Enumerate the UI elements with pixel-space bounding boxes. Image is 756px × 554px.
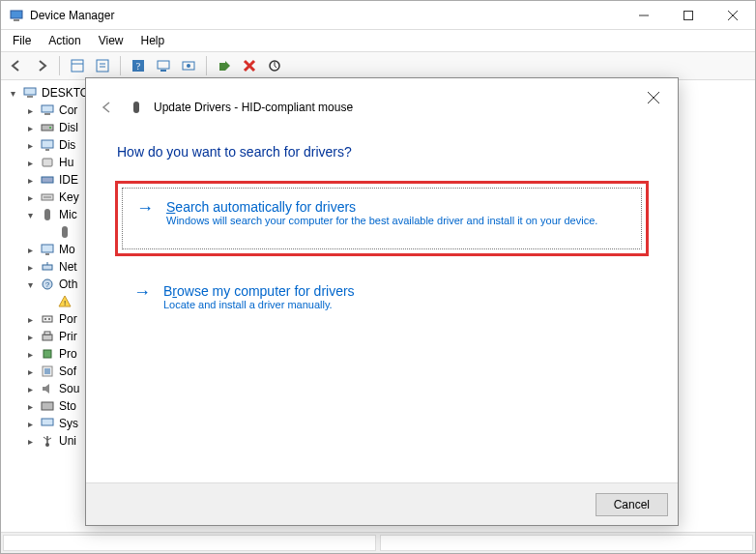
tree-node-label: Oth [59,277,77,291]
option-title: Search automatically for drivers [166,199,597,215]
svg-rect-45 [43,335,52,340]
tree-node-label: Dis [59,138,75,152]
window-title: Device Manager [30,9,114,22]
back-icon[interactable] [5,54,28,77]
option-title: Browse my computer for drivers [163,283,355,299]
svg-rect-21 [24,88,36,95]
other-icon: ? [40,277,55,292]
toolbar-sep [206,56,207,75]
option-search-automatically[interactable]: → Search automatically for drivers Windo… [115,181,649,256]
tree-node-label: Sou [59,382,79,395]
toolbar: ? [1,51,755,80]
svg-rect-1 [14,19,19,21]
chevron-down-icon[interactable]: ▾ [24,209,36,220]
tree-node-label: Cor [59,103,77,117]
properties-icon[interactable] [91,54,114,77]
tree-node-label: Por [59,312,77,326]
svg-rect-6 [72,60,83,72]
printer-icon [40,329,55,344]
option-browse-computer[interactable]: → Browse my computer for drivers Locate … [115,272,649,328]
svg-rect-34 [62,226,68,238]
chevron-right-icon[interactable]: ▸ [24,313,36,325]
svg-rect-47 [44,350,51,358]
keyboard-icon [40,190,55,205]
dialog-header: Update Drivers - HID-compliant mouse [86,78,678,121]
ide-icon [40,172,55,188]
cancel-button[interactable]: Cancel [596,493,668,516]
chevron-down-icon[interactable]: ▾ [24,278,36,290]
tree-node-label: Sto [59,399,76,413]
svg-rect-33 [44,209,50,220]
menu-action[interactable]: Action [41,32,88,49]
minimize-button[interactable] [622,1,666,30]
monitor-icon [40,242,55,257]
arrow-right-icon: → [135,199,155,226]
svg-rect-30 [42,177,53,183]
svg-rect-29 [43,159,52,166]
tree-node-label: Key [59,190,79,204]
chevron-right-icon[interactable]: ▸ [24,139,36,151]
tree-root-label: DESKTO [42,86,89,100]
warn-icon: ! [57,294,73,309]
uninstall-device-icon[interactable] [238,54,261,77]
maximize-button[interactable] [666,1,711,30]
dialog-heading: How do you want to search for drivers? [117,144,649,160]
svg-text:?: ? [136,61,141,72]
svg-rect-0 [11,11,22,18]
dialog-close-button[interactable] [639,86,668,109]
svg-point-44 [48,318,50,320]
close-button[interactable] [711,1,755,30]
tree-node-label: IDE [59,173,78,187]
chevron-right-icon[interactable]: ▸ [24,174,36,186]
scan-hardware-icon[interactable] [152,54,175,77]
help-icon[interactable]: ? [127,54,150,77]
chevron-down-icon[interactable]: ▾ [7,87,18,99]
menu-view[interactable]: View [91,32,131,49]
svg-rect-25 [42,125,53,131]
forward-icon[interactable] [30,54,53,77]
chevron-right-icon[interactable]: ▸ [24,435,36,447]
svg-rect-46 [44,332,50,335]
chevron-right-icon[interactable]: ▸ [24,418,36,429]
software-icon [40,364,55,379]
statusbar [1,532,755,553]
computer-icon [40,102,55,118]
sound-icon [40,381,55,396]
chevron-right-icon[interactable]: ▸ [24,104,36,116]
svg-rect-3 [684,11,693,19]
chevron-right-icon[interactable]: ▸ [24,383,36,394]
menu-file[interactable]: File [5,32,39,49]
svg-rect-42 [43,316,52,322]
update-driver-icon[interactable] [177,54,200,77]
chevron-right-icon[interactable]: ▸ [24,157,36,168]
scan-for-changes-icon[interactable] [263,54,286,77]
tree-node-label: Sof [59,364,76,378]
usb-icon [40,433,55,449]
menu-help[interactable]: Help [133,32,173,49]
svg-rect-23 [42,105,53,112]
chevron-right-icon[interactable]: ▸ [24,244,36,255]
chevron-right-icon[interactable]: ▸ [24,191,36,203]
chevron-right-icon[interactable]: ▸ [24,122,36,133]
dialog-title: Update Drivers - HID-compliant mouse [154,101,353,114]
arrow-right-icon: → [132,283,152,310]
chevron-right-icon[interactable]: ▸ [24,400,36,412]
dialog-back-button[interactable] [96,96,119,119]
show-hide-tree-icon[interactable] [66,54,89,77]
chevron-right-icon[interactable]: ▸ [24,261,36,273]
tree-node-label: Pro [59,347,77,361]
chevron-right-icon[interactable]: ▸ [24,331,36,342]
tree-node-label: Net [59,260,77,274]
status-cell [3,535,376,551]
update-drivers-dialog: Update Drivers - HID-compliant mouse How… [85,77,679,526]
chevron-right-icon[interactable]: ▸ [24,365,36,377]
enable-device-icon[interactable] [213,54,236,77]
chevron-right-icon[interactable]: ▸ [24,348,36,360]
mouse-icon [57,224,73,240]
mouse-icon [40,207,55,222]
option-desc: Locate and install a driver manually. [163,299,355,310]
svg-rect-17 [219,63,225,71]
svg-rect-28 [45,149,49,151]
tree-node-label: Uni [59,434,76,448]
svg-point-43 [44,318,46,320]
